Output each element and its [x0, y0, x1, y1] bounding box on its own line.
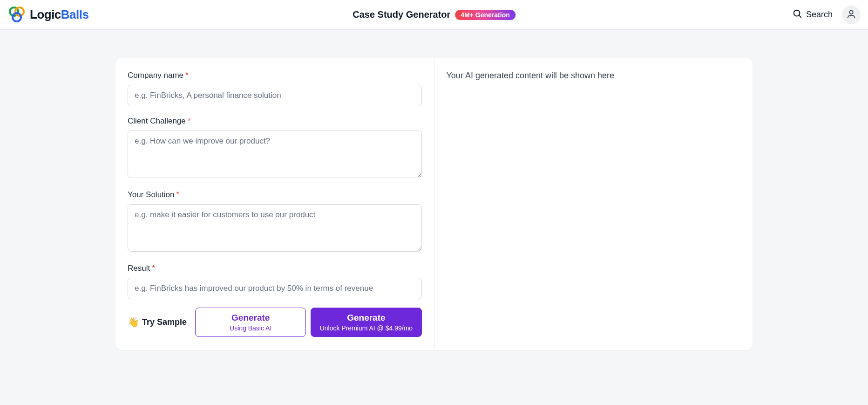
company-name-label: Company name *	[128, 71, 422, 80]
user-icon	[846, 9, 856, 21]
required-mark: *	[152, 264, 155, 273]
required-mark: *	[188, 117, 191, 126]
generate-basic-title: Generate	[231, 312, 270, 324]
company-name-field: Company name *	[128, 71, 422, 106]
result-field: Result *	[128, 264, 422, 299]
form-column: Company name * Client Challenge * Your S…	[115, 58, 434, 350]
required-mark: *	[185, 71, 189, 80]
try-sample-button[interactable]: 👋 Try Sample	[128, 308, 190, 337]
form-actions: 👋 Try Sample Generate Using Basic AI Gen…	[128, 308, 422, 337]
svg-line-4	[799, 15, 801, 17]
generate-premium-button[interactable]: Generate Unlock Premium AI @ $4.99/mo	[311, 308, 421, 337]
generator-card: Company name * Client Challenge * Your S…	[115, 58, 753, 350]
client-challenge-input[interactable]	[128, 130, 422, 178]
generation-badge: 4M+ Generation	[455, 10, 515, 20]
client-challenge-label: Client Challenge *	[128, 117, 422, 126]
your-solution-label: Your Solution *	[128, 190, 422, 199]
search-button[interactable]: Search	[792, 8, 833, 21]
search-label: Search	[806, 10, 833, 20]
account-button[interactable]	[842, 6, 861, 24]
logo-text: LogicBalls	[30, 7, 89, 22]
generate-premium-sub: Unlock Premium AI @ $4.99/mo	[320, 324, 413, 333]
page-title: Case Study Generator	[353, 9, 450, 20]
output-placeholder: Your AI generated content will be shown …	[447, 71, 741, 81]
page-title-group: Case Study Generator 4M+ Generation	[353, 9, 515, 20]
logo-icon	[7, 7, 26, 23]
result-input[interactable]	[128, 278, 422, 299]
client-challenge-field: Client Challenge *	[128, 117, 422, 180]
result-label: Result *	[128, 264, 422, 273]
generate-premium-title: Generate	[347, 312, 385, 324]
your-solution-input[interactable]	[128, 204, 422, 252]
your-solution-field: Your Solution *	[128, 190, 422, 254]
main-content: Company name * Client Challenge * Your S…	[0, 30, 868, 378]
wave-icon: 👋	[128, 316, 139, 328]
search-icon	[792, 8, 802, 21]
svg-point-5	[849, 11, 853, 14]
output-column: Your AI generated content will be shown …	[434, 58, 753, 350]
generate-basic-button[interactable]: Generate Using Basic AI	[195, 308, 306, 337]
company-name-input[interactable]	[128, 85, 422, 106]
logo[interactable]: LogicBalls	[7, 7, 89, 23]
app-header: LogicBalls Case Study Generator 4M+ Gene…	[0, 0, 868, 30]
try-sample-label: Try Sample	[142, 317, 187, 327]
required-mark: *	[176, 190, 180, 199]
generate-basic-sub: Using Basic AI	[230, 324, 271, 333]
